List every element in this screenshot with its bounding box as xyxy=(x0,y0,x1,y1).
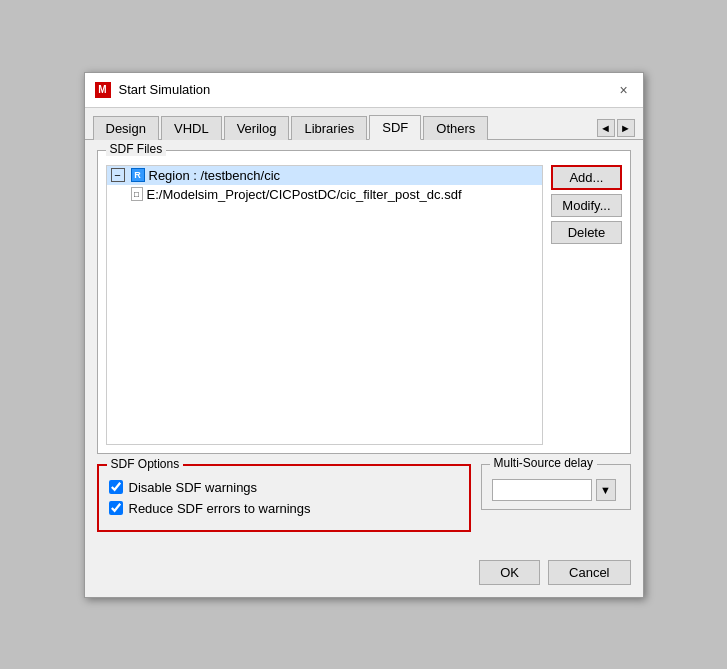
collapse-icon[interactable]: − xyxy=(111,168,125,182)
footer: OK Cancel xyxy=(85,552,643,597)
sdf-tree[interactable]: − R Region : /testbench/cic □ E:/Modelsi… xyxy=(106,165,544,445)
sdf-files-section: SDF Files − R Region : /testbench/cic □ … xyxy=(97,150,631,454)
modify-button[interactable]: Modify... xyxy=(551,194,621,217)
tab-libraries[interactable]: Libraries xyxy=(291,116,367,140)
tabs-bar: Design VHDL Verilog Libraries SDF Others… xyxy=(85,108,643,140)
region-icon: R xyxy=(131,168,145,182)
tabs-nav: ◄ ► xyxy=(597,119,635,137)
multi-source-section: Multi-Source delay ▼ xyxy=(481,464,631,510)
tab-others[interactable]: Others xyxy=(423,116,488,140)
app-icon: M xyxy=(95,82,111,98)
disable-warnings-checkbox[interactable] xyxy=(109,480,123,494)
add-button[interactable]: Add... xyxy=(551,165,621,190)
delete-button[interactable]: Delete xyxy=(551,221,621,244)
tab-vhdl[interactable]: VHDL xyxy=(161,116,222,140)
multi-source-dropdown-btn[interactable]: ▼ xyxy=(596,479,616,501)
sdf-side-buttons: Add... Modify... Delete xyxy=(551,165,621,445)
close-button[interactable]: × xyxy=(615,81,633,99)
sdf-options-section: SDF Options Disable SDF warnings Reduce … xyxy=(97,464,471,532)
reduce-errors-checkbox[interactable] xyxy=(109,501,123,515)
sdf-options-label: SDF Options xyxy=(107,457,184,471)
disable-warnings-row: Disable SDF warnings xyxy=(109,480,459,495)
reduce-errors-label: Reduce SDF errors to warnings xyxy=(129,501,311,516)
title-bar-left: M Start Simulation xyxy=(95,82,211,98)
disable-warnings-label: Disable SDF warnings xyxy=(129,480,258,495)
file-path: E:/Modelsim_Project/CICPostDC/cic_filter… xyxy=(147,187,462,202)
tab-nav-left[interactable]: ◄ xyxy=(597,119,615,137)
tree-file-item[interactable]: □ E:/Modelsim_Project/CICPostDC/cic_filt… xyxy=(107,185,543,204)
reduce-errors-row: Reduce SDF errors to warnings xyxy=(109,501,459,516)
tab-nav-right[interactable]: ► xyxy=(617,119,635,137)
ok-button[interactable]: OK xyxy=(479,560,540,585)
file-icon: □ xyxy=(131,187,143,201)
sdf-files-label: SDF Files xyxy=(106,142,167,156)
multi-source-dropdown-row: ▼ xyxy=(492,479,620,501)
multi-source-input[interactable] xyxy=(492,479,592,501)
dialog-title: Start Simulation xyxy=(119,82,211,97)
cancel-button[interactable]: Cancel xyxy=(548,560,630,585)
tab-content: SDF Files − R Region : /testbench/cic □ … xyxy=(85,140,643,552)
title-bar: M Start Simulation × xyxy=(85,73,643,108)
start-simulation-dialog: M Start Simulation × Design VHDL Verilog… xyxy=(84,72,644,598)
region-label: Region : /testbench/cic xyxy=(149,168,281,183)
tab-sdf[interactable]: SDF xyxy=(369,115,421,140)
tree-region-item[interactable]: − R Region : /testbench/cic xyxy=(107,166,543,185)
multi-source-label: Multi-Source delay xyxy=(490,456,597,470)
tabs-left: Design VHDL Verilog Libraries SDF Others xyxy=(93,114,489,139)
tab-design[interactable]: Design xyxy=(93,116,159,140)
options-row: SDF Options Disable SDF warnings Reduce … xyxy=(97,464,631,532)
tab-verilog[interactable]: Verilog xyxy=(224,116,290,140)
sdf-files-content: − R Region : /testbench/cic □ E:/Modelsi… xyxy=(98,151,630,453)
